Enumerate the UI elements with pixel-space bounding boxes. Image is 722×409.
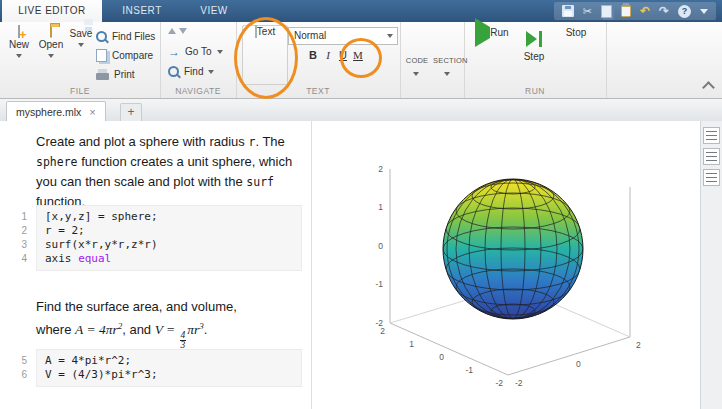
text-style-dropdown[interactable]: Normal [288,27,398,45]
paragraph-text: . [204,322,208,337]
printer-icon [96,73,109,80]
code-line[interactable]: surf(x*r,y*r,z*r) [45,238,293,252]
print-button[interactable]: Print [96,66,135,82]
compare-icon [96,49,107,62]
tab-view[interactable]: VIEW [182,0,246,22]
monospace-button[interactable]: M [351,47,365,64]
z-tick-label: 1 [378,202,383,212]
y-tick-label: -2 [515,378,523,388]
paragraph-text: Create and plot a sphere with radius [36,134,248,149]
step-button[interactable]: Step [516,27,552,62]
output-side-toolbar [700,121,722,409]
code-line[interactable]: A = 4*pi*r^2; [45,354,293,368]
code-line[interactable]: [x,y,z] = sphere; [45,210,293,224]
line-number: 6 [0,368,36,382]
y-tick-label: 2 [636,340,641,350]
go-to-button[interactable]: → Go To [168,46,223,57]
italic-button[interactable]: I [321,47,335,64]
group-label-run: RUN [464,86,606,96]
run-play-icon [475,18,490,47]
open-button[interactable]: Open [36,26,66,61]
code-button[interactable]: CODE [402,28,432,84]
code-block-1[interactable]: 1 2 3 4 [x,y,z] = sphere; r = 2; surf(x*… [0,205,302,271]
code-block-2[interactable]: 5 6 A = 4*pi*r^2; V = (4/3)*pi*r^3; [0,349,302,387]
formula-volume: V = 43πr3 [155,322,204,337]
find-button[interactable]: Find [168,66,214,77]
group-insert-code-section: CODE SECTION [400,22,465,98]
line-number: 4 [0,252,36,266]
text-paragraph-1[interactable]: Create and plot a sphere with radius r. … [36,132,300,211]
undo-icon[interactable]: ↶ [640,4,650,18]
save-button[interactable]: Save [66,26,96,50]
redo-icon[interactable]: ↷ [659,4,669,18]
panel-copy-icon[interactable] [703,148,720,165]
stop-button[interactable]: Stop [558,27,594,38]
bold-button[interactable]: B [306,47,320,64]
toolstrip-tab-bar: LIVE EDITOR INSERT VIEW ✂ ↶ ↷ ? [0,0,722,22]
collapse-ribbon-icon[interactable] [702,81,715,94]
line-number-gutter: 5 6 [0,349,36,387]
document-tab-label: mysphere.mlx [16,106,81,118]
underline-button[interactable]: U [336,47,350,64]
magnifier-icon [96,31,107,42]
code-editor-area[interactable]: A = 4*pi*r^2; V = (4/3)*pi*r^3; [36,349,302,387]
close-tab-icon[interactable]: × [89,106,95,118]
x-tick-label: 2 [380,326,385,336]
compare-button[interactable]: Compare [96,47,153,63]
group-navigate: → Go To Find NAVIGATE [160,22,237,98]
text-document-icon [255,25,257,38]
z-tick-label: -1 [375,279,383,289]
menu-down-icon[interactable] [700,9,708,14]
paragraph-text: Find the surface area, and volume, [36,299,237,314]
panel-edit-icon[interactable] [703,169,720,186]
code-editor-area[interactable]: [x,y,z] = sphere; r = 2; surf(x*r,y*r,z*… [36,205,302,271]
copy-icon[interactable] [601,5,612,18]
x-tick-label: -1 [465,365,473,375]
group-label-text: TEXT [236,86,400,96]
group-label-file: FILE [0,86,160,96]
new-tab-button[interactable]: + [120,103,142,121]
document-tab-mysphere[interactable]: mysphere.mlx × [6,101,106,121]
go-to-arrow-icon: → [168,47,180,57]
code-line[interactable]: V = (4/3)*pi*r^3; [45,368,293,382]
help-icon[interactable]: ? [678,5,691,18]
ribbon: + New Open Save Find Files Compare Pr [0,22,722,99]
line-number: 1 [0,210,36,224]
navigate-arrows[interactable] [168,28,187,34]
sphere-surface [443,179,583,319]
live-editor-document: Create and plot a sphere with radius r. … [0,121,722,409]
group-run: Run Step Stop RUN [464,22,607,98]
paragraph-text: . The [255,134,284,149]
find-files-button[interactable]: Find Files [96,28,155,44]
output-pane-divider[interactable] [311,121,312,409]
group-label-navigate: NAVIGATE [160,86,236,96]
inline-code: surf [246,175,274,189]
x-tick-label: -2 [495,378,503,388]
text-paragraph-2[interactable]: Find the surface area, and volume, where… [36,297,300,351]
new-button[interactable]: + New [4,26,34,61]
up-down-arrows-icon [168,28,187,34]
text-button[interactable]: Text [242,25,288,85]
new-document-icon: + [18,25,20,38]
section-button[interactable]: SECTION [433,28,463,84]
y-tick-label: 0 [576,359,581,369]
paste-icon[interactable] [621,5,631,17]
paragraph-text: , and [122,322,155,337]
line-number-gutter: 1 2 3 4 [0,205,36,271]
line-number: 5 [0,354,36,368]
run-button[interactable]: Run [474,27,510,38]
line-number: 2 [0,224,36,238]
group-text: Text Normal B I U M TEXT [236,22,401,98]
inline-code: sphere [36,155,78,169]
code-line[interactable]: axis equal [45,252,293,266]
code-line[interactable]: r = 2; [45,224,293,238]
cut-icon[interactable]: ✂ [583,2,592,20]
group-file: + New Open Save Find Files Compare Pr [0,22,161,98]
document-tab-bar: mysphere.mlx × + [0,99,722,122]
line-number: 3 [0,238,36,252]
step-icon [516,30,552,48]
save-icon[interactable] [562,5,574,17]
matlab-live-editor-window: LIVE EDITOR INSERT VIEW ✂ ↶ ↷ ? + New Op… [0,0,722,409]
tab-insert[interactable]: INSERT [102,0,182,22]
panel-layout-icon[interactable] [703,127,720,144]
